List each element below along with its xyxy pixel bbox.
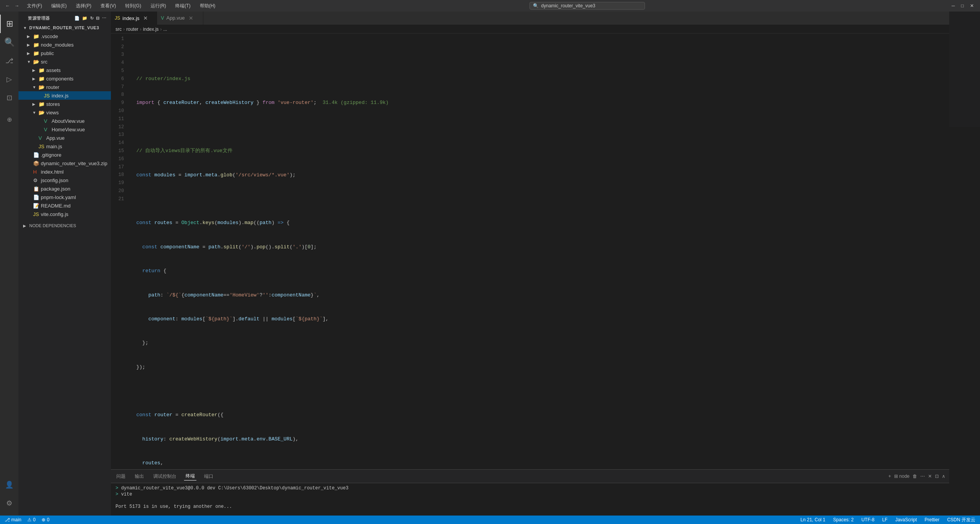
status-encoding[interactable]: UTF-8 (860, 517, 876, 522)
menu-item-2[interactable]: 选择(P) (74, 2, 94, 10)
sidebar-item-index-js[interactable]: JS index.js (18, 91, 111, 100)
sidebar-item-gitignore[interactable]: 📄 .gitignore (18, 151, 111, 159)
terminal-trash-btn[interactable]: 🗑 (913, 474, 917, 479)
status-line-ending[interactable]: LF (881, 517, 889, 522)
sidebar-item-app-vue[interactable]: V App.vue (18, 134, 111, 142)
menu-item-4[interactable]: 转到(G) (123, 2, 143, 10)
tab-index-js[interactable]: JS index.js ✕ (111, 12, 157, 25)
activity-explorer[interactable]: ⊞ (0, 15, 18, 33)
menu-item-7[interactable]: 帮助(H) (198, 2, 218, 10)
sidebar-item-node-modules[interactable]: ▶ 📁 node_modules (18, 40, 111, 49)
node-deps-label: NODE DEPENDENCIES (29, 223, 76, 228)
sidebar-item-views[interactable]: ▼ 📂 views (18, 108, 111, 117)
source-control-icon: ⎇ (5, 57, 13, 65)
vite-config-label: vite.config.js (41, 211, 69, 217)
terminal-tab-terminal[interactable]: 终端 (184, 472, 196, 480)
readme-icon: 📝 (33, 203, 39, 209)
menu-item-6[interactable]: 终端(T) (173, 2, 193, 10)
terminal-panel-btn[interactable]: ⊡ (935, 474, 939, 479)
search-box[interactable]: 🔍 dynamic_router_vite_vue3 (529, 2, 645, 10)
minimize-btn[interactable]: ─ (949, 3, 957, 8)
terminal-maximize-btn[interactable]: ∧ (942, 474, 945, 479)
maximize-btn[interactable]: □ (959, 3, 966, 8)
sidebar-item-components[interactable]: ▶ 📁 components (18, 74, 111, 83)
about-view-label: AboutView.vue (52, 118, 85, 124)
terminal-close-btn[interactable]: ✕ (928, 474, 932, 479)
terminal-content[interactable]: > dynamic_router_vite_vue3@0.0.0 dev C:\… (111, 483, 949, 516)
sidebar-item-jsconfig[interactable]: ⚙ jsconfig.json (18, 176, 111, 184)
status-errors[interactable]: ⊕ 0 (40, 517, 51, 522)
new-file-icon[interactable]: 📄 (74, 16, 80, 21)
new-folder-icon[interactable]: 📁 (82, 16, 88, 21)
sidebar-project-root[interactable]: ▼ DYNAMIC_ROUTER_VITE_VUE3 (18, 23, 111, 32)
more-icon[interactable]: ⋯ (102, 16, 107, 21)
activity-account[interactable]: 👤 (0, 475, 18, 494)
refresh-icon[interactable]: ↻ (90, 16, 94, 21)
jsconfig-label: jsconfig.json (41, 177, 69, 183)
nav-buttons: ← → (4, 3, 21, 8)
code-line-6: const modules = import.meta.glob('/src/v… (136, 171, 949, 179)
sidebar-item-readme[interactable]: 📝 README.md (18, 201, 111, 210)
sidebar-item-zip[interactable]: 📦 dynamic_router_vite_vue3.zip (18, 159, 111, 167)
terminal-tab-problems[interactable]: 问题 (115, 472, 127, 480)
status-warnings[interactable]: ⚠ 0 (26, 517, 37, 522)
breadcrumb-index-js[interactable]: index.js (143, 27, 159, 32)
collapse-all-icon[interactable]: ⊟ (96, 16, 100, 21)
terminal-add-btn[interactable]: + (888, 474, 891, 479)
status-formatter[interactable]: Prettier (923, 517, 941, 522)
home-view-label: HomeView.vue (52, 127, 85, 132)
sidebar-item-vscode[interactable]: ▶ 📁 .vscode (18, 32, 111, 40)
sidebar-item-main-js[interactable]: JS main.js (18, 142, 111, 151)
tab-app-vue-close[interactable]: ✕ (189, 15, 193, 21)
sidebar-item-stores[interactable]: ▶ 📁 stores (18, 100, 111, 108)
sidebar-item-public[interactable]: ▶ 📁 public (18, 49, 111, 57)
sidebar-item-about-view[interactable]: V AboutView.vue (18, 117, 111, 125)
terminal-tab-debug[interactable]: 调试控制台 (152, 472, 178, 480)
activity-remote[interactable]: ⊕ (0, 110, 18, 129)
public-arrow: ▶ (27, 51, 33, 55)
close-btn[interactable]: ✕ (968, 3, 976, 8)
breadcrumb-more[interactable]: ... (163, 27, 167, 32)
nav-back-btn[interactable]: ← (4, 3, 12, 8)
activity-settings[interactable]: ⚙ (0, 494, 18, 512)
nav-forward-btn[interactable]: → (13, 3, 21, 8)
code-content[interactable]: // router/index.js import { createRouter… (130, 33, 949, 469)
status-language[interactable]: JavaScript (894, 517, 918, 522)
menu-item-1[interactable]: 编辑(E) (49, 2, 69, 10)
menu-item-5[interactable]: 运行(R) (148, 2, 169, 10)
terminal-more-btn[interactable]: ⋯ (920, 474, 925, 479)
code-editor[interactable]: 1 2 3 4 5 6 7 8 9 10 11 12 13 14 15 16 1… (111, 33, 949, 469)
terminal-line-5 (116, 510, 945, 516)
menu-item-0[interactable]: 文件(F) (25, 2, 44, 10)
breadcrumb-src[interactable]: src (116, 27, 122, 32)
activity-search[interactable]: 🔍 (0, 33, 18, 52)
sidebar-item-package-json[interactable]: 📋 package.json (18, 184, 111, 193)
sidebar-item-vite-config[interactable]: JS vite.config.js (18, 210, 111, 218)
sidebar-item-home-view[interactable]: V HomeView.vue (18, 125, 111, 134)
status-branch[interactable]: ⎇ main (3, 517, 23, 522)
sidebar-item-node-deps[interactable]: ▶ NODE DEPENDENCIES (18, 221, 111, 230)
activity-extensions[interactable]: ⊡ (0, 89, 18, 107)
status-spaces[interactable]: Spaces: 2 (832, 517, 855, 522)
tab-index-js-close[interactable]: ✕ (143, 15, 148, 21)
sidebar-item-pnpm-lock[interactable]: 📄 pnpm-lock.yaml (18, 193, 111, 201)
tab-app-vue[interactable]: V App.vue ✕ (157, 12, 203, 25)
activity-run[interactable]: ▷ (0, 70, 18, 89)
status-bar: ⎇ main ⚠ 0 ⊕ 0 Ln 21, Col 1 Spaces: 2 UT… (0, 516, 980, 524)
menu-item-3[interactable]: 查看(V) (98, 2, 118, 10)
terminal-tab-output[interactable]: 输出 (133, 472, 146, 480)
package-json-icon: 📋 (33, 186, 39, 192)
sidebar-header-title: 资源管理器 (28, 15, 50, 21)
sidebar-item-src[interactable]: ▼ 📂 src (18, 57, 111, 66)
status-cursor[interactable]: Ln 21, Col 1 (799, 517, 827, 522)
index-js-icon: JS (44, 93, 50, 99)
sidebar-item-router[interactable]: ▼ 📂 router (18, 83, 111, 91)
sidebar-item-index-html[interactable]: H index.html (18, 167, 111, 176)
views-label: views (46, 110, 59, 116)
ln-14: 14 (111, 139, 127, 147)
status-csdn[interactable]: CSDN 开发云 (946, 517, 977, 523)
terminal-tab-ports[interactable]: 端口 (203, 472, 215, 480)
sidebar-item-assets[interactable]: ▶ 📁 assets (18, 66, 111, 74)
activity-source-control[interactable]: ⎇ (0, 52, 18, 70)
breadcrumb-router[interactable]: router (126, 27, 138, 32)
